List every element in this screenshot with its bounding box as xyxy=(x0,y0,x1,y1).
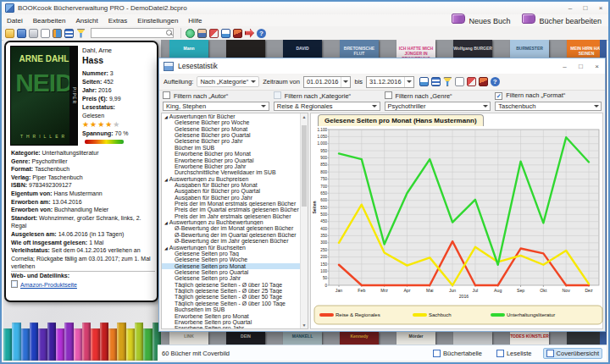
tree-item[interactable]: Gelesene Seiten pro Monat xyxy=(162,263,308,269)
aufteilung-dropdown[interactable]: Nach „Kategorie“ xyxy=(197,76,259,87)
tree-item[interactable]: Gelesene Seiten pro Quartal xyxy=(162,269,308,275)
tree-scrollbar[interactable]: ▲▼ xyxy=(300,113,308,328)
book-cover-thumbnail[interactable]: DAVID xyxy=(283,40,322,58)
filter-label: Filtern nach „Kategorie“ xyxy=(285,92,351,100)
tree-item[interactable]: Erworbene Bücher pro Jahr xyxy=(162,163,308,169)
checkbox-icon[interactable] xyxy=(274,91,281,99)
view-button-coverübersicht[interactable]: Coverübersicht xyxy=(543,348,602,359)
date-from-select[interactable]: 01.01.2016 xyxy=(303,76,352,88)
tree-item[interactable]: Durchschnittliche Verweildauer im SUB xyxy=(162,169,308,175)
menu-item-datei[interactable]: Datei xyxy=(2,17,28,25)
filter-select[interactable]: King, Stephen xyxy=(163,102,269,111)
scroll-down-icon[interactable]: ▼ xyxy=(301,322,308,328)
book-cover-thumbnail[interactable]: BURMESTER xyxy=(510,40,549,58)
refresh-icon[interactable] xyxy=(186,29,195,38)
tree-item[interactable]: Ø-Bewertung der im Monat gelesenen Büche… xyxy=(162,225,308,231)
book-cover-thumbnail[interactable]: MEIN HIRN HAT SEINEN xyxy=(567,40,600,58)
view-button-büchertabelle[interactable]: Büchertabelle xyxy=(430,348,485,359)
scroll-up-icon[interactable]: ▲ xyxy=(301,113,308,120)
preview-icon[interactable] xyxy=(41,29,50,38)
tree-item[interactable]: Gelesene Bücher pro Woche xyxy=(162,119,308,125)
tree-item[interactable]: Preis der im Monat erstmals gelesenen Bü… xyxy=(162,201,308,207)
dialog-maximize-icon[interactable]: □ xyxy=(573,63,589,70)
checkbox-icon[interactable]: ✓ xyxy=(495,92,502,100)
menu-item-ansicht[interactable]: Ansicht xyxy=(70,17,103,25)
stats-icon[interactable] xyxy=(221,29,230,38)
tree-item[interactable]: Gelesene Bücher pro Quartal xyxy=(162,132,308,138)
help-icon[interactable]: ? xyxy=(257,29,266,38)
help-icon[interactable]: ? xyxy=(491,77,500,86)
tree-item[interactable]: Täglich gelesene Seiten - Ø über 25 Tage xyxy=(162,288,308,294)
edit-books-button[interactable]: Bücher bearbeiten xyxy=(522,14,602,25)
image-icon[interactable] xyxy=(233,29,242,38)
filter-icon[interactable] xyxy=(443,77,452,86)
save-icon[interactable] xyxy=(17,29,26,38)
book-cover-thumbnail[interactable] xyxy=(226,40,265,58)
tree-item[interactable]: Ø-Bewertung der im Jahr gelesenen Bücher xyxy=(162,238,308,244)
chart-type-icon[interactable] xyxy=(419,77,429,86)
book-cover-thumbnail[interactable]: Mann xyxy=(169,40,208,58)
print-icon[interactable] xyxy=(29,29,38,38)
minimize-icon[interactable]: – xyxy=(563,4,578,12)
maximize-icon[interactable]: □ xyxy=(578,4,593,12)
tree-item[interactable]: Preis der im Quartal erstmals gelesenen … xyxy=(162,207,308,212)
tree-group[interactable]: ◢Auswertungen für Bücher xyxy=(162,113,308,119)
tree-item[interactable]: Erworbene Seiten pro Jahr xyxy=(162,325,308,329)
new-book-button[interactable]: Neues Buch xyxy=(452,14,510,25)
tree-item[interactable]: Gelesene Bücher pro Monat xyxy=(162,126,308,132)
export-window-icon[interactable] xyxy=(455,77,464,86)
panel-icon[interactable] xyxy=(53,29,62,38)
amazon-product-link[interactable]: Amazon-Produktseite xyxy=(20,282,77,288)
checkbox-icon[interactable] xyxy=(385,91,392,99)
book-cover-thumbnail[interactable]: BRETONISCHE FLUT xyxy=(340,40,379,58)
authors-icon[interactable] xyxy=(197,29,207,38)
tree-group[interactable]: ◢Auswertungen für Buchseiten xyxy=(162,245,308,251)
tree-item[interactable]: Gelesene Seiten pro Tag xyxy=(162,251,308,256)
search-input[interactable] xyxy=(91,28,174,38)
tree-item[interactable]: Gelesene Seiten pro Jahr xyxy=(162,275,308,281)
dialog-minimize-icon[interactable]: – xyxy=(557,63,573,70)
edit-icon[interactable] xyxy=(209,29,219,38)
view-button-leseliste[interactable]: Leseliste xyxy=(493,348,535,359)
export-icon[interactable] xyxy=(245,29,254,38)
tree-item[interactable]: Gelesene Seiten pro Woche xyxy=(162,256,308,262)
tree-item[interactable]: Ausgaben für Bücher pro Quartal xyxy=(162,188,308,194)
scroll-thumb[interactable] xyxy=(302,125,307,207)
tree-item[interactable]: Erworbene Bücher pro Quartal xyxy=(162,157,308,163)
tree-item[interactable]: Erworbene Seiten pro Monat xyxy=(162,313,308,319)
close-icon[interactable]: × xyxy=(593,4,608,12)
tree-item[interactable]: Gelesene Bücher pro Jahr xyxy=(162,138,308,144)
filter-select[interactable]: Psychothriller xyxy=(385,102,491,111)
checkbox-icon[interactable] xyxy=(163,91,170,99)
tree-item[interactable]: Ausgaben für Bücher pro Jahr xyxy=(162,195,308,201)
date-to-select[interactable]: 31.12.2016 xyxy=(366,76,414,88)
filter-select[interactable]: Reise & Regionales xyxy=(274,102,380,111)
tree-item[interactable]: Erworbene Seiten pro Quartal xyxy=(162,319,308,325)
tree-item[interactable]: Preis der im Jahr erstmals gelesenen Büc… xyxy=(162,213,308,219)
tree-item[interactable]: Erworbene Bücher pro Monat xyxy=(162,151,308,157)
book-cover-thumbnail[interactable]: ICH HATTE MICH JÜNGER IN ERINNERUNG xyxy=(396,40,435,58)
open-icon[interactable] xyxy=(5,29,14,38)
field-label: Format: xyxy=(11,166,35,172)
sort-bars-icon[interactable] xyxy=(431,77,441,86)
tree-item[interactable]: Ø-Bewertung der im Quartal gelesenen Büc… xyxy=(162,232,308,238)
sort-icon[interactable] xyxy=(64,29,74,38)
tree-group[interactable]: ◢Auswertungen zu Buchbewertungen xyxy=(162,219,308,225)
export-pdf-icon[interactable] xyxy=(467,77,476,86)
filter-icon[interactable] xyxy=(76,29,86,38)
tree-item[interactable]: Täglich gelesene Seiten - Ø über 100 Tag… xyxy=(162,301,308,306)
book-cover-thumbnail[interactable]: Wolfgang BURGER xyxy=(453,40,492,58)
tree-item[interactable]: Ausgaben für Bücher pro Monat xyxy=(162,182,308,188)
tree-item[interactable]: Täglich gelesene Seiten - Ø über 10 Tage xyxy=(162,282,308,288)
menu-item-bearbeiten[interactable]: Bearbeiten xyxy=(28,17,71,25)
menu-item-extras[interactable]: Extras xyxy=(103,17,133,25)
tree-item[interactable]: Buchseiten im SUB xyxy=(162,306,308,312)
filter-select[interactable]: Taschenbuch xyxy=(495,102,602,111)
print-icon[interactable] xyxy=(479,77,488,86)
tree-item[interactable]: Bücher im SUB xyxy=(162,145,308,151)
dialog-close-icon[interactable]: × xyxy=(589,63,605,70)
tree-item[interactable]: Täglich gelesene Seiten - Ø über 50 Tage xyxy=(162,294,308,300)
menu-item-hilfe[interactable]: Hilfe xyxy=(183,17,207,25)
menu-item-einstellungen[interactable]: Einstellungen xyxy=(132,17,183,25)
tree-group[interactable]: ◢Auswertungen zu Buchpreisen xyxy=(162,176,308,182)
